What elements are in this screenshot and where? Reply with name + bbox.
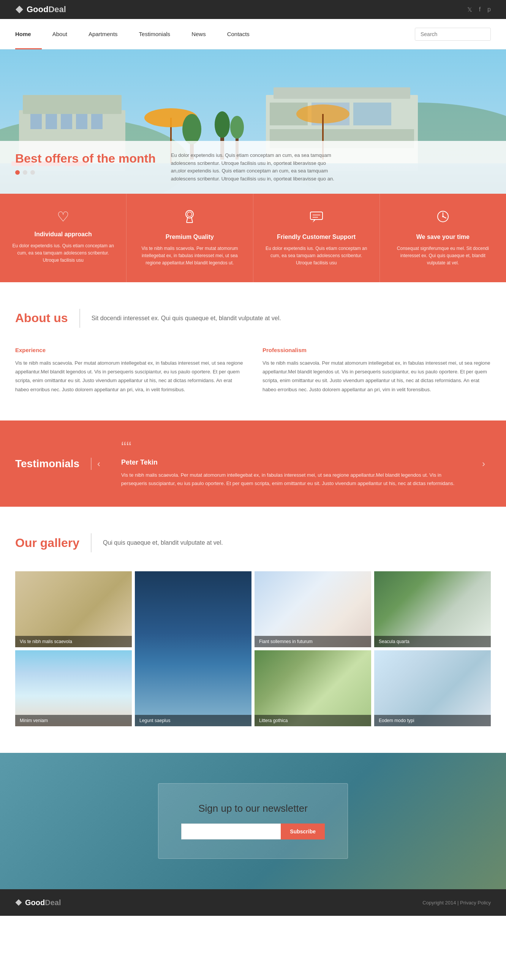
gallery-item-7[interactable]: Eodem modo typi (374, 650, 491, 726)
svg-rect-0 (16, 6, 23, 13)
feature-text-1: Eu dolor expetendis ius. Quis etiam conc… (11, 242, 115, 264)
footer-logo: GoodDeal (15, 898, 61, 907)
gallery-title: Our gallery (15, 536, 80, 550)
hero-overlay: Best offers of the month Eu dolor expete… (0, 141, 506, 194)
testimonials-section: Testimonials ‹ ““ Peter Tekin Vis te nib… (0, 420, 506, 507)
gallery-item-4[interactable]: Seacula quarta (374, 571, 491, 647)
svg-rect-15 (353, 103, 391, 125)
svg-point-43 (442, 216, 444, 217)
gallery-grid: Vis te nibh malis scaevola Legunt saeplu… (15, 571, 491, 726)
gallery-caption-3: Fiant sollemnes in futurum (255, 636, 371, 647)
hero-description: Eu dolor expetendis ius. Quis etiam conc… (171, 151, 342, 183)
subscribe-button[interactable]: Subscribe (281, 824, 325, 840)
hero-title-normal: of the month (82, 151, 156, 165)
nav-news[interactable]: News (181, 19, 216, 49)
gallery-caption-7: Eodem modo typi (374, 715, 491, 726)
nav-about[interactable]: About (42, 19, 78, 49)
hero-section: Best offers of the month Eu dolor expete… (0, 49, 506, 194)
gallery-item-3[interactable]: Fiant sollemnes in futurum (255, 571, 371, 647)
footer-copyright: Copyright 2014 | Privacy Policy (422, 900, 491, 905)
hero-title-accent: Best offers (15, 151, 79, 165)
feature-text-4: Consequat signiferumque eu mel. Sit doce… (391, 245, 495, 267)
search-input[interactable] (415, 28, 491, 41)
about-experience-heading: Experience (15, 347, 243, 353)
svg-point-28 (215, 111, 230, 138)
gallery-header: Our gallery Qui quis quaeque et, blandit… (15, 533, 491, 552)
nav-apartments[interactable]: Apartments (78, 19, 128, 49)
svg-rect-10 (91, 114, 103, 129)
hero-dots (15, 170, 156, 175)
about-section: About us Sit docendi interesset ex. Qui … (0, 282, 506, 421)
hero-dot-1[interactable] (15, 170, 20, 175)
feature-card-3: Friendly Customer Support Eu dolor expet… (253, 194, 380, 282)
about-title: About us (15, 311, 68, 325)
svg-point-31 (186, 210, 193, 218)
testimonial-next-arrow[interactable]: › (476, 458, 491, 469)
feature-card-4: We save your time Consequat signiferumqu… (380, 194, 506, 282)
testimonial-prev-arrow[interactable]: ‹ (92, 458, 106, 469)
gallery-item-1[interactable]: Vis te nibh malis scaevola (15, 571, 132, 647)
brand-name: GoodDeal (27, 5, 66, 14)
svg-rect-6 (30, 114, 42, 129)
svg-rect-7 (46, 114, 57, 129)
footer-logo-icon (15, 899, 22, 906)
gallery-divider (91, 533, 92, 552)
nav-contacts[interactable]: Contacts (216, 19, 260, 49)
privacy-policy-link[interactable]: Privacy Policy (460, 900, 491, 905)
svg-rect-8 (61, 114, 72, 129)
testimonials-label: Testimonials (15, 458, 92, 470)
gallery-item-2[interactable]: Legunt saeplus (135, 571, 251, 726)
newsletter-box: Sign up to our newsletter Subscribe (158, 783, 348, 859)
feature-title-4: We save your time (391, 234, 495, 240)
brand-logo: GoodDeal (15, 5, 66, 14)
clock-icon (391, 209, 495, 228)
pinterest-icon[interactable]: p (487, 6, 491, 13)
gallery-caption-6: Littera gothica (255, 715, 371, 726)
svg-line-34 (191, 217, 193, 223)
quote-icon: ““ (121, 439, 461, 455)
svg-point-26 (182, 114, 201, 144)
svg-marker-39 (313, 220, 316, 223)
features-section: ♡ Individual approach Eu dolor expetendi… (0, 194, 506, 282)
feature-card-2: Premium Quality Vis te nibh malis scaevo… (126, 194, 253, 282)
gallery-subtitle: Qui quis quaeque et, blandit vulputate a… (103, 539, 223, 546)
hero-dot-3[interactable] (30, 170, 35, 175)
heart-icon: ♡ (11, 209, 115, 225)
gallery-section: Our gallery Qui quis quaeque et, blandit… (0, 507, 506, 753)
gallery-caption-4: Seacula quarta (374, 636, 491, 647)
facebook-icon[interactable]: f (479, 6, 481, 13)
svg-rect-36 (310, 212, 323, 220)
nav-testimonials[interactable]: Testimonials (128, 19, 181, 49)
gallery-caption-1: Vis te nibh malis scaevola (15, 636, 132, 647)
gallery-caption-2: Legunt saeplus (135, 715, 251, 726)
svg-rect-9 (76, 114, 88, 129)
social-icons: 𝕏 f p (467, 6, 491, 13)
gallery-item-5[interactable]: Minim veniam (15, 650, 132, 726)
newsletter-title: Sign up to our newsletter (181, 803, 325, 815)
gallery-item-6[interactable]: Littera gothica (255, 650, 371, 726)
hero-dot-2[interactable] (23, 170, 27, 175)
svg-point-32 (187, 212, 192, 216)
twitter-icon[interactable]: 𝕏 (467, 6, 472, 13)
svg-rect-5 (23, 95, 122, 114)
svg-line-33 (186, 217, 188, 223)
feature-text-3: Eu dolor expetendis ius. Quis etiam conc… (265, 245, 368, 267)
testimonials-content: ““ Peter Tekin Vis te nibh malis scaevol… (106, 439, 476, 488)
about-subtitle: Sit docendi interesset ex. Qui quis quae… (92, 315, 281, 322)
top-bar: GoodDeal 𝕏 f p (0, 0, 506, 19)
testimonial-text: Vis te nibh malis scaevola. Per mutat at… (121, 471, 461, 488)
about-experience: Experience Vis te nibh malis scaevola. P… (15, 347, 243, 394)
logo-icon (15, 5, 24, 14)
feature-title-3: Friendly Customer Support (265, 234, 368, 240)
nav-home[interactable]: Home (15, 19, 42, 49)
gallery-caption-5: Minim veniam (15, 715, 132, 726)
hero-title: Best offers of the month (15, 151, 156, 165)
nav-links: Home About Apartments Testimonials News … (15, 19, 260, 49)
svg-point-30 (230, 116, 244, 138)
hero-text-block: Best offers of the month (15, 151, 156, 175)
about-header: About us Sit docendi interesset ex. Qui … (15, 309, 491, 328)
newsletter-form: Subscribe (181, 824, 325, 840)
newsletter-email-input[interactable] (181, 824, 281, 840)
chat-icon (265, 209, 368, 228)
newsletter-section: Sign up to our newsletter Subscribe (0, 753, 506, 889)
